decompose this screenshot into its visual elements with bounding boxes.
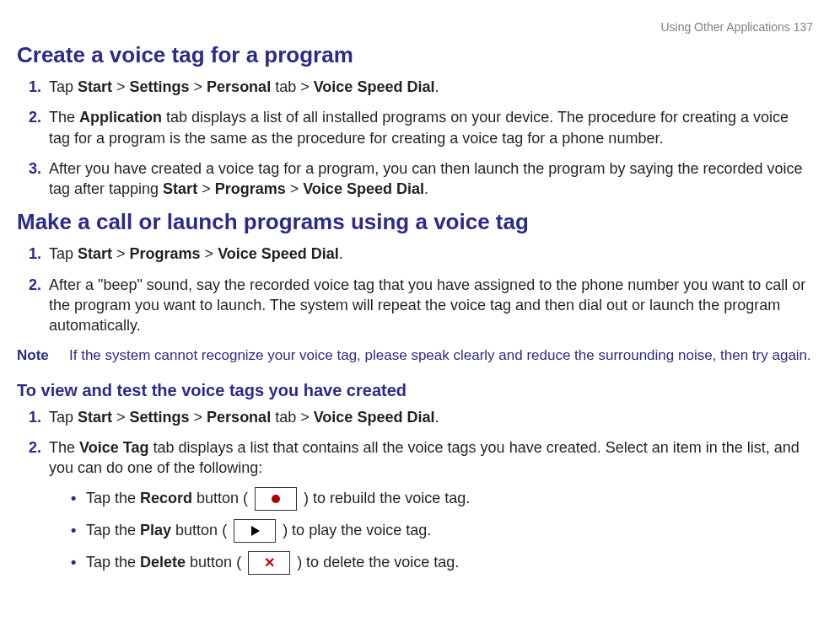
step-number: 2.	[29, 275, 49, 336]
text: .	[434, 409, 439, 426]
bullet-item: • Tap the Play button ( ) to play the vo…	[71, 519, 813, 543]
text: tab >	[271, 78, 314, 95]
steps-make-call: 1. Tap Start > Programs > Voice Speed Di…	[29, 244, 813, 335]
delete-button-icon: ✕	[248, 551, 290, 575]
bold: Application	[79, 109, 162, 126]
text: Tap	[49, 409, 78, 426]
text: >	[190, 78, 207, 95]
text: .	[339, 245, 343, 262]
text: The	[49, 439, 79, 456]
bold: Voice Speed Dial	[303, 180, 424, 197]
bold: Settings	[130, 409, 190, 426]
text: ) to rebuild the voice tag.	[299, 489, 470, 506]
step-item: 2. The Application tab displays a list o…	[29, 107, 813, 148]
bold: Programs	[130, 245, 201, 262]
text: tab displays a list that contains all th…	[49, 439, 800, 476]
text: The	[49, 109, 79, 126]
bold: Play	[140, 521, 171, 538]
text: After a "beep" sound, say the recorded v…	[49, 276, 805, 335]
text: Tap	[49, 245, 78, 262]
bold: Start	[163, 180, 197, 197]
step-body: Tap Start > Settings > Personal tab > Vo…	[49, 407, 813, 427]
step-item: 3. After you have created a voice tag fo…	[29, 158, 813, 200]
step-item: 1. Tap Start > Settings > Personal tab >…	[29, 77, 813, 97]
bold: Programs	[215, 180, 286, 197]
bold: Start	[78, 78, 112, 95]
step-body: Tap Start > Programs > Voice Speed Dial.	[49, 244, 813, 264]
bold: Start	[78, 245, 112, 262]
bullet-body: Tap the Play button ( ) to play the voic…	[86, 519, 431, 543]
step-item: 2. The Voice Tag tab displays a list tha…	[29, 437, 813, 583]
bullets-voice-tag-actions: • Tap the Record button ( ) to rebuild t…	[71, 487, 813, 575]
bold: Personal	[207, 409, 271, 426]
text: button (	[192, 489, 252, 506]
text: >	[112, 245, 130, 262]
bullet-item: • Tap the Record button ( ) to rebuild t…	[71, 487, 813, 511]
bold: Delete	[140, 553, 186, 570]
bullet-body: Tap the Record button ( ) to rebuild the…	[86, 487, 470, 511]
text: >	[286, 180, 304, 197]
text: button (	[171, 521, 231, 538]
bold: Voice Speed Dial	[314, 78, 435, 95]
text: Tap the	[86, 521, 140, 538]
step-item: 2. After a "beep" sound, say the recorde…	[29, 275, 813, 336]
bullet-dot: •	[71, 552, 86, 572]
step-number: 3.	[29, 158, 49, 200]
bold: Voice Speed Dial	[314, 409, 435, 426]
note-label: Note	[17, 346, 69, 366]
step-item: 1. Tap Start > Programs > Voice Speed Di…	[29, 244, 813, 264]
text: Tap	[49, 78, 78, 95]
steps-create-voice-tag: 1. Tap Start > Settings > Personal tab >…	[29, 77, 813, 199]
note-block: Note If the system cannot recognize your…	[17, 346, 813, 366]
text: >	[197, 180, 215, 197]
bullet-item: • Tap the Delete button ( ✕ ) to delete …	[71, 551, 813, 575]
bold: Settings	[130, 78, 190, 95]
sub-title-view-test: To view and test the voice tags you have…	[17, 381, 813, 400]
running-header: Using Other Applications 137	[17, 20, 813, 34]
bullet-body: Tap the Delete button ( ✕ ) to delete th…	[86, 551, 459, 575]
step-number: 1.	[29, 407, 49, 427]
text: >	[201, 245, 218, 262]
step-number: 2.	[29, 107, 49, 148]
step-body: After a "beep" sound, say the recorded v…	[49, 275, 813, 336]
bold: Voice Tag	[79, 439, 148, 456]
document-page: Using Other Applications 137 Create a vo…	[0, 0, 840, 610]
text: button (	[186, 553, 245, 570]
bullet-dot: •	[71, 520, 86, 540]
step-body: Tap Start > Settings > Personal tab > Vo…	[49, 77, 813, 97]
step-number: 1.	[29, 244, 49, 264]
play-button-icon	[234, 519, 276, 543]
step-number: 1.	[29, 77, 49, 97]
bold: Voice Speed Dial	[218, 245, 339, 262]
text: >	[112, 409, 130, 426]
section-title-make-call: Make a call or launch programs using a v…	[17, 209, 813, 235]
text: .	[434, 78, 439, 95]
text: >	[190, 409, 207, 426]
text: >	[112, 78, 130, 95]
text: tab >	[271, 409, 314, 426]
bold: Start	[78, 409, 112, 426]
text: ) to delete the voice tag.	[293, 553, 459, 570]
text: .	[424, 180, 428, 197]
note-body: If the system cannot recognize your voic…	[69, 346, 813, 366]
text: Tap the	[86, 489, 140, 506]
step-item: 1. Tap Start > Settings > Personal tab >…	[29, 407, 813, 427]
bullet-dot: •	[71, 488, 86, 508]
record-icon	[272, 495, 280, 503]
bold: Record	[140, 489, 192, 506]
step-body: The Application tab displays a list of a…	[49, 107, 813, 148]
section-title-create-voice-tag: Create a voice tag for a program	[17, 42, 813, 68]
step-body: After you have created a voice tag for a…	[49, 158, 813, 200]
text: ) to play the voice tag.	[278, 521, 431, 538]
text: Tap the	[86, 553, 140, 570]
play-icon	[251, 526, 260, 536]
bold: Personal	[207, 78, 271, 95]
step-body: The Voice Tag tab displays a list that c…	[49, 437, 813, 583]
record-button-icon	[255, 487, 297, 511]
delete-icon: ✕	[264, 556, 275, 570]
step-number: 2.	[29, 437, 49, 583]
steps-view-test: 1. Tap Start > Settings > Personal tab >…	[29, 407, 813, 583]
